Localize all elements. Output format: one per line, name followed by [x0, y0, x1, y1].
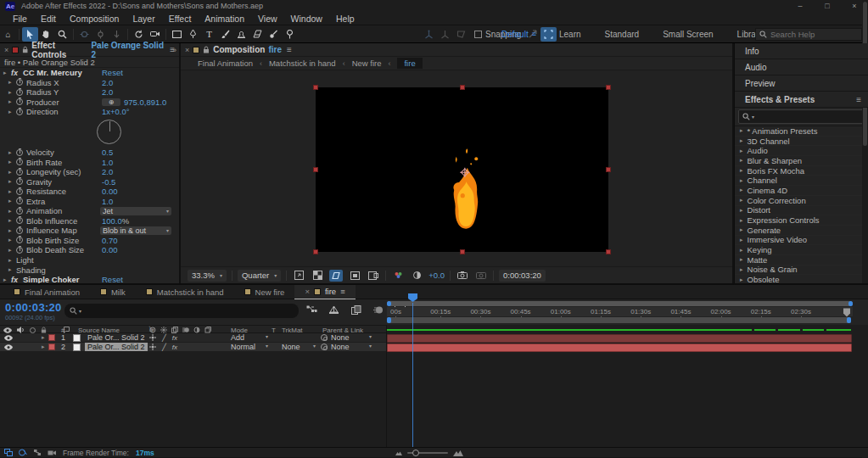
timeline-tab[interactable]: × fire ≡ — [294, 285, 355, 299]
resolution-dropdown[interactable]: Quarter▾ — [238, 270, 281, 282]
composition-tab[interactable]: × Composition fire ≡ — [181, 43, 732, 57]
stopwatch-icon[interactable] — [16, 208, 26, 215]
param-value[interactable]: 0.70 — [102, 236, 118, 245]
hand-tool-icon[interactable] — [38, 27, 54, 42]
effect-category-row[interactable]: ▸ Channel — [735, 176, 868, 186]
pixel-aspect-icon[interactable] — [367, 270, 380, 282]
type-tool-icon[interactable]: T — [201, 27, 217, 42]
twirl-icon[interactable]: ▸ — [740, 247, 743, 254]
twirl-icon[interactable]: ▸ — [740, 237, 743, 243]
twirl-icon[interactable]: ▸ — [8, 79, 16, 86]
twirl-icon[interactable]: ▸ — [3, 70, 11, 76]
composition-viewport[interactable] — [181, 70, 732, 266]
panel-menu-icon[interactable]: ≡ — [287, 45, 292, 54]
puppet-pin-tool-icon[interactable] — [282, 27, 298, 42]
effect-param-row[interactable]: ▸ fx Direction 1x+0.0° 1x+0.0°▾ ⊕1x+0.0° — [0, 107, 179, 117]
blend-mode-dropdown[interactable]: Normal▾ — [231, 343, 268, 351]
timeline-tab[interactable]: × Matchstick in hand ≡ — [136, 285, 234, 299]
info-panel-tab[interactable]: Info — [735, 43, 868, 59]
param-value[interactable]: 1.0 — [102, 158, 113, 167]
zoom-slider-track[interactable] — [407, 452, 448, 454]
param-position[interactable]: ⊕975.0,891.0 — [102, 98, 166, 107]
workspace-learn[interactable]: Learn — [547, 30, 593, 39]
current-timecode[interactable]: 0:00:03:20 — [5, 301, 62, 314]
effect-param-row[interactable]: ▸ fx Light ▾ ⊕ — [0, 255, 179, 265]
clone-stamp-tool-icon[interactable] — [233, 27, 249, 42]
effect-param-row[interactable]: ▸ fx Birth Rate 1.0 1.0▾ ⊕1.0 — [0, 157, 179, 167]
stopwatch-icon[interactable] — [16, 188, 26, 195]
video-eye-icon[interactable] — [3, 327, 12, 333]
dolly-camera-tool-icon[interactable] — [109, 27, 125, 42]
effects-presets-panel-tab[interactable]: Effects & Presets ≡ — [735, 92, 868, 108]
breadcrumb-item[interactable]: New fire — [352, 59, 382, 68]
layer-handle[interactable] — [460, 85, 465, 90]
motion-blur-icon[interactable] — [372, 304, 384, 316]
effect-param-row[interactable]: ▸ fx Radius X 2.0 2.0▾ ⊕2.0 — [0, 78, 179, 88]
composition-mini-flowchart-icon[interactable] — [305, 304, 318, 316]
maximize-button[interactable]: □ — [814, 0, 841, 12]
effect-param-row[interactable]: ▸ fx Simple Choker Reset Reset▾ ⊕Reset — [0, 275, 179, 283]
param-value[interactable]: 0.5 — [102, 148, 113, 157]
blend-mode-dropdown[interactable]: Add▾ — [231, 333, 268, 342]
effect-param-row[interactable]: ▸ fx CC Mr. Mercury Reset Reset▾ ⊕Reset — [0, 68, 179, 78]
workspace-small-screen[interactable]: Small Screen — [651, 30, 725, 39]
twirl-icon[interactable]: ▸ — [8, 237, 16, 243]
home-icon[interactable]: ⌂ — [0, 27, 16, 42]
effect-param-row[interactable]: ▸ fx Blob Influence 100.0% 100.0▾ ⊕100.0 — [0, 216, 179, 226]
search-options-chevron[interactable]: ▾ — [752, 114, 754, 120]
twirl-icon[interactable]: ▸ — [740, 276, 743, 283]
layer-handle[interactable] — [460, 249, 465, 254]
param-value[interactable]: Reset — [102, 275, 123, 283]
preview-timecode[interactable]: 0:00:03:20 — [499, 270, 546, 282]
layer-duration-bar-1[interactable] — [387, 334, 852, 343]
effect-param-row[interactable]: ▸ fx Gravity -0.5 -0.5▾ ⊕-0.5 — [0, 176, 179, 187]
playhead-marker[interactable] — [407, 293, 418, 303]
help-search-input[interactable] — [770, 30, 855, 39]
param-value[interactable]: 0.00 — [102, 245, 118, 254]
stopwatch-icon[interactable] — [16, 159, 26, 165]
network-render-icon[interactable] — [4, 449, 13, 456]
video-eye-icon[interactable] — [4, 344, 13, 350]
workspace-default[interactable]: Default — [490, 30, 532, 39]
help-search[interactable] — [755, 28, 862, 41]
pan-camera-tool-icon[interactable] — [92, 27, 109, 42]
zoom-out-mountain-icon[interactable] — [395, 450, 402, 455]
timeline-search[interactable]: ▾ — [64, 304, 299, 318]
lock-icon[interactable] — [41, 327, 47, 333]
twirl-icon[interactable]: ▸ — [8, 247, 16, 254]
timeline-zoom-slider[interactable] — [395, 450, 463, 456]
effect-param-row[interactable]: ▸ fx Extra 1.0 1.0▾ ⊕1.0 — [0, 196, 179, 206]
twirl-icon[interactable]: ▸ — [740, 217, 743, 224]
effect-category-row[interactable]: ▸ Distort — [735, 206, 868, 216]
effect-category-row[interactable]: ▸ 3D Channel — [735, 137, 868, 147]
twirl-icon[interactable]: ▸ — [42, 344, 45, 350]
breadcrumb-item[interactable]: Final Animation — [198, 59, 253, 68]
selection-tool-icon[interactable] — [22, 27, 38, 42]
effect-category-row[interactable]: ▸ Matte — [735, 255, 868, 265]
twirl-icon[interactable]: ▸ — [740, 148, 743, 154]
twirl-icon[interactable]: ▸ — [740, 256, 743, 263]
param-value[interactable]: -0.5 — [102, 177, 115, 187]
menu-item[interactable]: View — [251, 14, 284, 24]
exposure-value[interactable]: +0.0 — [428, 271, 445, 280]
layer-handle[interactable] — [606, 85, 611, 90]
stopwatch-icon[interactable] — [16, 227, 26, 234]
comp-marker-bin-icon[interactable] — [843, 308, 851, 317]
exposure-icon[interactable] — [410, 270, 423, 282]
layer-handle[interactable] — [606, 249, 611, 254]
menu-item[interactable]: Help — [329, 14, 361, 24]
stopwatch-icon[interactable] — [16, 198, 26, 204]
timeline-tab[interactable]: × Milk ≡ — [90, 285, 136, 299]
world-axis-mode-icon[interactable] — [437, 27, 453, 42]
stopwatch-icon[interactable] — [16, 237, 26, 243]
stopwatch-icon[interactable] — [16, 149, 26, 156]
effect-param-row[interactable]: ▸ fx Influence Map Blob in & out Blob in… — [0, 226, 179, 236]
effect-category-row[interactable]: ▸ Obsolete — [735, 275, 868, 283]
mask-visibility-icon[interactable] — [329, 270, 343, 282]
time-navigator-bar[interactable] — [387, 301, 853, 306]
effect-param-row[interactable]: ▸ fx ▾ ⊕ — [0, 117, 179, 148]
snapping-checkbox[interactable] — [474, 31, 482, 38]
layer-name[interactable]: Pale Or... Solid 2 — [85, 333, 148, 342]
twirl-icon[interactable]: ▸ — [740, 157, 743, 164]
roto-brush-tool-icon[interactable] — [266, 27, 282, 42]
